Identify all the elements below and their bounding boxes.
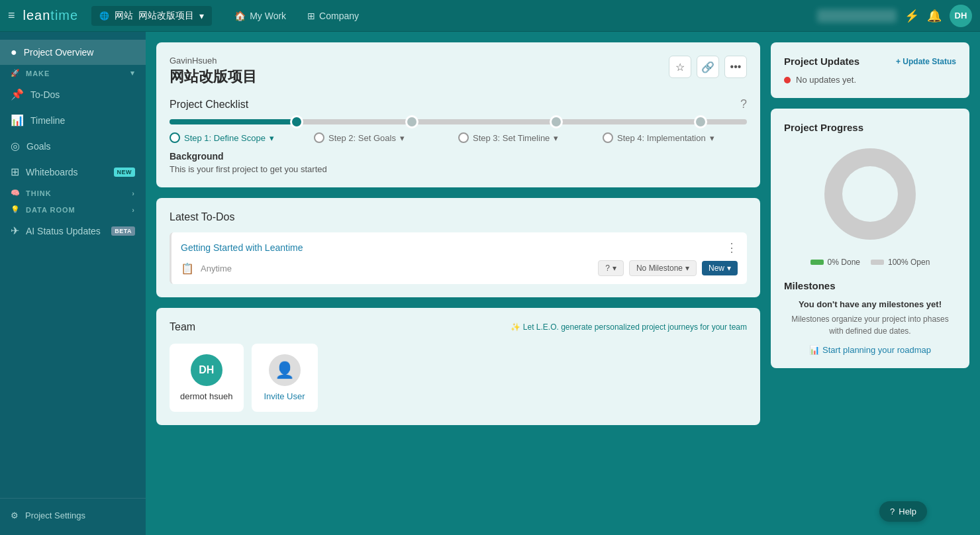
team-card: Team ✨ Let L.E.O. generate personalized … (156, 308, 760, 425)
no-updates: No updates yet. (784, 75, 956, 85)
checklist-help-icon[interactable]: ? (740, 97, 747, 111)
todos-title: Latest To-Dos (170, 211, 747, 223)
background-title: Background (170, 151, 747, 162)
project-globe-icon: 🌐 (99, 11, 109, 21)
todo-milestone-badge[interactable]: No Milestone ▾ (629, 260, 697, 276)
sidebar-item-ai-status[interactable]: ✈ AI Status Updates BETA (0, 218, 146, 244)
nav-item-company[interactable]: ⊞ Company (298, 7, 368, 25)
start-roadmap-link[interactable]: 📊 Start planning your roadmap (784, 345, 956, 355)
sidebar-bottom: ⚙ Project Settings (0, 498, 146, 527)
todo-more-icon[interactable]: ⋮ (726, 240, 738, 255)
sidebar-section-think[interactable]: 🧠 THINK › (0, 185, 146, 201)
help-button[interactable]: ? Help (879, 501, 927, 522)
roadmap-icon: 📊 (809, 345, 820, 355)
step-radio-4 (603, 132, 613, 143)
project-updates-header: Project Updates + Update Status (784, 56, 956, 67)
bolt-icon[interactable]: ⚡ (905, 9, 919, 23)
ai-status-icon: ✈ (11, 224, 19, 237)
progress-dot-3 (550, 115, 563, 128)
company-label: Company (319, 11, 359, 21)
progress-dot-2 (405, 115, 418, 128)
step-radio-1 (170, 132, 180, 143)
team-leo-link[interactable]: ✨ Let L.E.O. generate personalized proje… (511, 322, 747, 332)
step-4-label: Step 4: Implementation (617, 133, 706, 143)
project-selector[interactable]: 🌐 网站 网站改版项目 ▾ (91, 6, 212, 26)
sidebar: ● Project Overview 🚀 MAKE ▾ 📌 To-Dos 📊 T… (0, 32, 146, 535)
data-room-icon: 💡 (11, 205, 21, 214)
sidebar-item-whiteboards[interactable]: ⊞ Whiteboards NEW (0, 159, 146, 185)
more-button[interactable]: ••• (724, 56, 747, 78)
sidebar-settings[interactable]: ⚙ Project Settings (0, 504, 146, 527)
make-icon: 🚀 (11, 69, 21, 77)
donut-chart-container (784, 141, 956, 247)
project-author: GavinHsueh (170, 56, 257, 66)
ai-status-label: AI Status Updates (26, 226, 105, 236)
legend-color-green (810, 260, 824, 265)
invite-user-card[interactable]: 👤 Invite User (252, 344, 318, 412)
todo-status-badge[interactable]: New ▾ (702, 261, 738, 275)
project-info: GavinHsueh 网站改版项目 (170, 56, 257, 87)
think-icon: 🧠 (11, 189, 21, 197)
checklist-title: Project Checklist (170, 99, 248, 111)
star-button[interactable]: ☆ (669, 56, 691, 78)
project-progress-title: Project Progress (784, 122, 956, 133)
member-name-dh: dermot hsueh (180, 391, 233, 401)
sidebar-section-make[interactable]: 🚀 MAKE ▾ (0, 65, 146, 81)
think-label: THINK (26, 189, 52, 197)
team-header: Team ✨ Let L.E.O. generate personalized … (170, 321, 747, 333)
project-name-nav: 网站改版项目 (138, 10, 194, 22)
bell-icon[interactable]: 🔔 (927, 9, 942, 23)
todos-label: To-Dos (30, 89, 135, 100)
todo-anytime: Anytime (201, 264, 591, 273)
sidebar-item-todos[interactable]: 📌 To-Dos (0, 81, 146, 107)
help-icon: ? (890, 507, 895, 516)
checklist-step-4[interactable]: Step 4: Implementation ▾ (603, 132, 747, 143)
milestones-title: Milestones (784, 280, 956, 291)
sidebar-item-timeline[interactable]: 📊 Timeline (0, 107, 146, 133)
user-info-blurred (817, 9, 897, 23)
checklist-step-2[interactable]: Step 2: Set Goals ▾ (314, 132, 458, 143)
settings-icon: ⚙ (11, 511, 19, 520)
whiteboards-icon: ⊞ (11, 166, 19, 178)
nav-item-my-work[interactable]: 🏠 My Work (225, 7, 295, 25)
settings-label: Project Settings (25, 511, 85, 520)
todo-question-badge[interactable]: ? ▾ (598, 260, 624, 276)
update-status-button[interactable]: + Update Status (896, 57, 956, 66)
progress-fill (170, 119, 297, 124)
todo-name[interactable]: Getting Started with Leantime (181, 242, 303, 253)
invite-label[interactable]: Invite User (264, 391, 305, 401)
project-overview-label: Project Overview (24, 47, 135, 58)
sidebar-item-project-overview[interactable]: ● Project Overview (0, 40, 146, 65)
whiteboards-label: Whiteboards (26, 167, 107, 177)
topnav-right: ⚡ 🔔 DH (817, 5, 972, 27)
data-room-label: DATA ROOM (26, 206, 75, 214)
timeline-icon: 📊 (11, 114, 24, 126)
svg-point-2 (842, 166, 898, 222)
checklist-step-1[interactable]: Step 1: Define Scope ▾ (170, 132, 314, 143)
hamburger-icon[interactable]: ≡ (8, 9, 15, 23)
step-2-label: Step 2: Set Goals (328, 133, 396, 143)
sidebar-item-goals[interactable]: ◎ Goals (0, 133, 146, 159)
make-chevron: ▾ (130, 69, 135, 77)
invite-avatar-icon: 👤 (269, 354, 301, 386)
link-button[interactable]: 🔗 (697, 56, 719, 78)
checklist-step-3[interactable]: Step 3: Set Timeline ▾ (458, 132, 603, 143)
todo-item: Getting Started with Leantime ⋮ 📋 Anytim… (170, 232, 747, 284)
checklist-header: Project Checklist ? (170, 97, 747, 111)
no-milestones-heading: You don't have any milestones yet! (784, 299, 956, 309)
timeline-label: Timeline (30, 115, 135, 126)
step-2-dropdown: ▾ (400, 133, 405, 143)
sidebar-section-data-room[interactable]: 💡 DATA ROOM › (0, 201, 146, 218)
step-3-dropdown: ▾ (554, 133, 558, 143)
start-roadmap-label: Start planning your roadmap (822, 345, 931, 355)
checklist-steps: Step 1: Define Scope ▾ Step 2: Set Goals… (170, 132, 747, 143)
team-member-dh[interactable]: DH dermot hsueh (170, 344, 244, 412)
team-title: Team (170, 321, 195, 333)
step-4-dropdown: ▾ (710, 133, 714, 143)
whiteboards-new-badge: NEW (114, 168, 136, 177)
progress-track (170, 119, 747, 124)
progress-dot-4 (694, 115, 707, 128)
user-avatar[interactable]: DH (950, 5, 972, 27)
step-1-label: Step 1: Define Scope (184, 133, 266, 143)
project-header-card: GavinHsueh 网站改版项目 ☆ 🔗 ••• Project Checkl… (156, 42, 760, 187)
